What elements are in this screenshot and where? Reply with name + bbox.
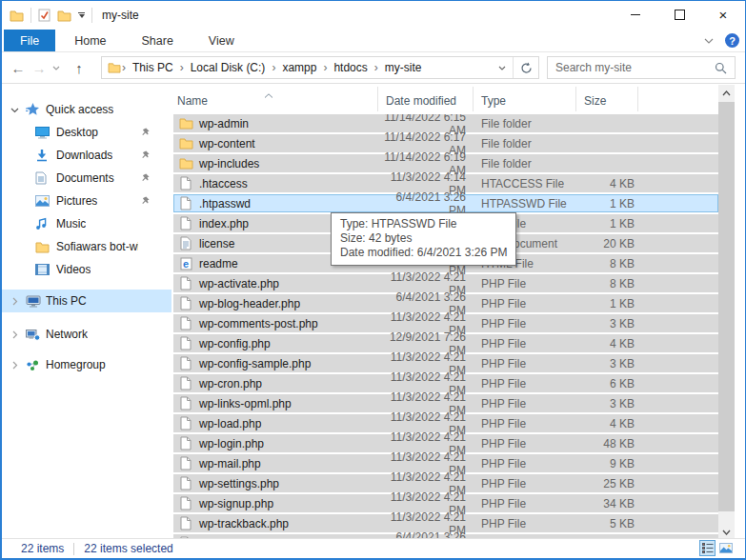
file-type: File folder: [474, 137, 576, 150]
item-label: Quick access: [46, 103, 113, 116]
properties-check-icon[interactable]: [38, 9, 50, 22]
file-size: 1 KB: [576, 297, 638, 310]
column-header-type[interactable]: Type: [474, 87, 576, 111]
sidebar-item-this-pc[interactable]: This PC: [2, 290, 171, 312]
expander-icon[interactable]: [10, 330, 19, 339]
sidebar-item-sofiawars-bot-win32[interactable]: Sofiawars bot-win32: [2, 235, 171, 258]
column-header-size[interactable]: Size: [576, 87, 638, 111]
file-name: wp-cron.php: [199, 377, 262, 390]
ribbon-tabs-container: FileHomeShareView: [2, 30, 251, 51]
name-cell: .htpasswd: [173, 196, 378, 210]
sidebar-item-homegroup[interactable]: Homegroup: [2, 353, 171, 376]
up-button[interactable]: ↑: [69, 61, 90, 75]
tab-share[interactable]: Share: [126, 30, 190, 51]
navigation-pane: Quick access Desktop Downloads Documents…: [2, 84, 171, 541]
help-icon[interactable]: ?: [725, 33, 739, 48]
tab-home[interactable]: Home: [58, 30, 122, 51]
sidebar-item-music[interactable]: Music: [2, 212, 171, 235]
thumbnail-view-button[interactable]: [717, 540, 734, 556]
sidebar-item-network[interactable]: Network: [2, 323, 171, 346]
close-button[interactable]: ×: [701, 1, 745, 29]
breadcrumb-item-this-pc[interactable]: This PC: [127, 61, 179, 74]
file-icon: [178, 496, 193, 510]
breadcrumb-item-my-site[interactable]: my-site: [379, 61, 428, 74]
scrollbar-thumb[interactable]: [718, 102, 735, 511]
back-button[interactable]: ←: [8, 61, 29, 75]
file-size: 20 KB: [576, 237, 638, 250]
file-size: 48 KB: [576, 437, 638, 450]
tab-view[interactable]: View: [192, 30, 251, 51]
toolbar-separator: [91, 8, 92, 23]
search-box[interactable]: [547, 56, 736, 79]
item-label: Pictures: [56, 194, 97, 208]
tooltip-type: Type: HTPASSWD File: [340, 217, 507, 231]
file-name: license: [199, 237, 234, 250]
breadcrumb-item-xampp[interactable]: xampp: [276, 61, 322, 74]
sidebar-item-downloads[interactable]: Downloads: [2, 144, 171, 167]
item-label: Sofiawars bot-win32: [56, 240, 138, 253]
pin-icon: [141, 196, 150, 206]
minimize-button[interactable]: [614, 1, 657, 29]
search-icon[interactable]: [715, 62, 735, 74]
file-icon: [178, 196, 193, 210]
title-bar: my-site ×: [2, 1, 745, 30]
column-header-name[interactable]: Name: [173, 87, 378, 111]
address-bar: ← → ↑ ›This PC›Local Disk (C:)›xampp›htd…: [2, 52, 745, 84]
name-cell: .htaccess: [173, 176, 378, 190]
expander-icon[interactable]: [10, 361, 19, 370]
refresh-icon[interactable]: [514, 57, 538, 78]
tab-file[interactable]: File: [4, 30, 55, 51]
name-cell: wp-links-opml.php: [173, 396, 378, 410]
pin-icon: [141, 150, 150, 160]
expander-icon[interactable]: [10, 297, 19, 306]
search-input[interactable]: [548, 61, 715, 74]
breadcrumb-item-local-disk-c-[interactable]: Local Disk (C:): [185, 61, 272, 74]
file-size: 3 KB: [576, 397, 638, 410]
name-cell: wp-comments-post.php: [173, 316, 378, 330]
name-cell: wp-settings.php: [173, 476, 378, 490]
file-name: wp-signup.php: [199, 497, 273, 510]
file-name: wp-login.php: [199, 437, 264, 450]
column-header-date-modified[interactable]: Date modified: [378, 87, 474, 111]
vertical-scrollbar[interactable]: [718, 85, 735, 540]
recent-locations-chevron-icon[interactable]: [50, 66, 63, 70]
column-header-label: Name: [173, 94, 208, 108]
file-type: HTPASSWD File: [474, 197, 576, 210]
sidebar-item-pictures[interactable]: Pictures: [2, 190, 171, 212]
scroll-up-icon[interactable]: [718, 85, 735, 101]
breadcrumb-bar[interactable]: ›This PC›Local Disk (C:)›xampp›htdocs›my…: [101, 56, 539, 79]
sidebar-item-quick-access[interactable]: Quick access: [2, 98, 171, 121]
toolbar-separator: [30, 8, 31, 23]
quick-access-icon: [26, 103, 39, 116]
items-count: 22 items: [21, 542, 64, 555]
quick-access-toolbar: [2, 8, 92, 23]
tooltip-size: Size: 42 bytes: [340, 231, 507, 246]
folder-icon: [178, 157, 193, 170]
forward-button[interactable]: →: [29, 61, 50, 75]
file-name: wp-mail.php: [199, 457, 261, 470]
sidebar-item-videos[interactable]: Videos: [2, 258, 171, 281]
file-size: 4 KB: [576, 337, 638, 350]
file-type: PHP File: [474, 297, 576, 310]
pin-icon: [141, 128, 150, 137]
folder-icon: [178, 117, 193, 130]
name-cell: wp-mail.php: [173, 456, 378, 470]
expander-icon[interactable]: [10, 106, 19, 114]
address-dropdown-chevron-icon[interactable]: [492, 57, 513, 78]
name-cell: wp-cron.php: [173, 376, 378, 390]
expand-ribbon-chevron-icon[interactable]: [704, 38, 714, 44]
file-type: HTACCESS File: [474, 177, 576, 190]
file-size: 1 KB: [576, 217, 638, 230]
file-icon: [178, 436, 193, 450]
file-type: PHP File: [474, 437, 576, 450]
breadcrumb-item-htdocs[interactable]: htdocs: [328, 61, 373, 74]
this-pc-icon: [26, 295, 41, 308]
details-view-button[interactable]: [699, 540, 716, 556]
window-controls: ×: [614, 1, 745, 30]
maximize-button[interactable]: [657, 1, 701, 29]
customize-toolbar-dropdown-icon[interactable]: [78, 12, 85, 18]
sidebar-item-documents[interactable]: Documents: [2, 167, 171, 190]
new-folder-icon[interactable]: [57, 10, 71, 22]
column-header-label: Size: [576, 94, 606, 108]
sidebar-item-desktop[interactable]: Desktop: [2, 121, 171, 144]
